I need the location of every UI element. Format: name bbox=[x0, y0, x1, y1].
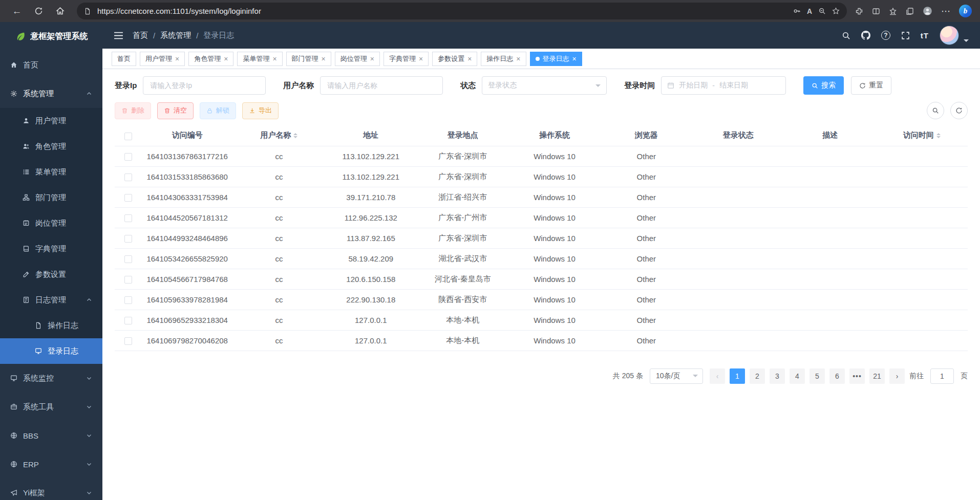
browser-back-button[interactable]: ← bbox=[8, 3, 26, 20]
page-button-5[interactable]: 5 bbox=[809, 368, 825, 384]
sidebar-item-log-management[interactable]: 日志管理 bbox=[0, 287, 102, 313]
sidebar-item-parameter-settings[interactable]: 参数设置 bbox=[0, 262, 102, 287]
end-date-placeholder[interactable]: 结束日期 bbox=[719, 81, 748, 90]
favorites-icon[interactable] bbox=[889, 7, 897, 15]
tab-department-management[interactable]: 部门管理× bbox=[286, 52, 331, 66]
address-bar[interactable]: https://ccnetcore.com:1101/system/log/lo… bbox=[77, 3, 847, 19]
page-size-select[interactable]: 10条/页 bbox=[650, 368, 703, 384]
table-row[interactable]: 1641043063331753984 cc 39.171.210.78 浙江省… bbox=[115, 187, 968, 207]
tab-menu-management[interactable]: 菜单管理× bbox=[237, 52, 282, 66]
previous-page-button[interactable]: ‹ bbox=[710, 368, 725, 384]
select-all-checkbox[interactable] bbox=[124, 133, 132, 140]
table-row[interactable]: 1641054566717984768 cc 120.6.150.158 河北省… bbox=[115, 269, 968, 289]
search-button[interactable]: 搜索 bbox=[803, 76, 844, 95]
github-icon[interactable] bbox=[861, 31, 870, 40]
page-button-3[interactable]: 3 bbox=[770, 368, 785, 384]
row-checkbox[interactable] bbox=[124, 153, 132, 161]
column-header-visit-time[interactable]: 访问时间 bbox=[876, 125, 968, 146]
row-checkbox[interactable] bbox=[124, 337, 132, 345]
table-row[interactable]: 1641031367863177216 cc 113.102.129.221 广… bbox=[115, 146, 968, 166]
breadcrumb-section[interactable]: 系统管理 bbox=[160, 31, 191, 40]
next-page-button[interactable]: › bbox=[889, 368, 905, 384]
fullscreen-icon[interactable] bbox=[901, 31, 910, 40]
zoom-icon[interactable] bbox=[818, 7, 826, 15]
tab-home[interactable]: 首页 bbox=[112, 52, 136, 66]
url-text[interactable]: https://ccnetcore.com:1101/system/log/lo… bbox=[97, 7, 787, 15]
reset-button[interactable]: 重置 bbox=[851, 76, 891, 95]
sidebar-item-system-tools[interactable]: 系统工具 bbox=[0, 393, 102, 421]
browser-home-button[interactable] bbox=[51, 3, 69, 20]
tab-close-icon[interactable]: × bbox=[175, 55, 179, 62]
toggle-search-button[interactable] bbox=[927, 102, 944, 119]
sidebar-item-menu-management[interactable]: 菜单管理 bbox=[0, 159, 102, 185]
avatar[interactable] bbox=[940, 26, 959, 45]
row-checkbox[interactable] bbox=[124, 276, 132, 284]
sidebar-item-home[interactable]: 首页 bbox=[0, 51, 102, 79]
unlock-button[interactable]: 解锁 bbox=[200, 102, 236, 119]
sidebar-item-yi-framework[interactable]: Yi框架 bbox=[0, 479, 102, 500]
sidebar-item-bbs[interactable]: BBS bbox=[0, 421, 102, 450]
sidebar-item-dictionary-management[interactable]: 字典管理 bbox=[0, 236, 102, 262]
extensions-icon[interactable] bbox=[855, 7, 863, 15]
collections-icon[interactable] bbox=[906, 7, 914, 15]
page-button-1[interactable]: 1 bbox=[730, 368, 745, 384]
row-checkbox[interactable] bbox=[124, 235, 132, 243]
breadcrumb-home[interactable]: 首页 bbox=[133, 31, 148, 40]
tab-close-icon[interactable]: × bbox=[467, 55, 472, 62]
browser-menu-icon[interactable]: ⋯ bbox=[941, 6, 950, 17]
help-icon[interactable]: ? bbox=[881, 31, 890, 40]
status-select[interactable]: 登录状态 bbox=[482, 76, 607, 95]
table-row[interactable]: 1641044993248464896 cc 113.87.92.165 广东省… bbox=[115, 228, 968, 248]
tab-close-icon[interactable]: × bbox=[572, 55, 577, 62]
sidebar-item-system-management[interactable]: 系统管理 bbox=[0, 79, 102, 108]
page-button-4[interactable]: 4 bbox=[790, 368, 805, 384]
password-key-icon[interactable] bbox=[793, 7, 801, 15]
table-row[interactable]: 1641044520567181312 cc 112.96.225.132 广东… bbox=[115, 207, 968, 228]
sidebar-item-operation-log[interactable]: 操作日志 bbox=[0, 313, 102, 338]
add-favorite-icon[interactable] bbox=[832, 7, 840, 15]
date-range-picker[interactable]: 开始日期 - 结束日期 bbox=[661, 76, 786, 95]
tab-parameter-settings[interactable]: 参数设置× bbox=[432, 52, 477, 66]
page-button-2[interactable]: 2 bbox=[750, 368, 765, 384]
browser-refresh-button[interactable] bbox=[30, 3, 47, 20]
export-button[interactable]: 导出 bbox=[242, 102, 279, 119]
tab-close-icon[interactable]: × bbox=[272, 55, 276, 62]
app-logo[interactable]: 意框架管理系统 bbox=[0, 22, 102, 51]
clear-button[interactable]: 清空 bbox=[157, 102, 194, 119]
sidebar-item-system-monitoring[interactable]: 系统监控 bbox=[0, 364, 102, 393]
table-row[interactable]: 1641031533185863680 cc 113.102.129.221 广… bbox=[115, 166, 968, 187]
start-date-placeholder[interactable]: 开始日期 bbox=[679, 81, 708, 90]
table-row[interactable]: 1641069652933218304 cc 127.0.0.1 本地-本机 W… bbox=[115, 310, 968, 330]
tab-dictionary-management[interactable]: 字典管理× bbox=[384, 52, 429, 66]
table-row[interactable]: 1641053426655825920 cc 58.19.42.209 湖北省-… bbox=[115, 248, 968, 269]
sidebar-item-erp[interactable]: ERP bbox=[0, 450, 102, 479]
sort-icon[interactable] bbox=[936, 131, 941, 140]
tab-close-icon[interactable]: × bbox=[419, 55, 423, 62]
browser-profile-icon[interactable] bbox=[923, 6, 932, 16]
refresh-table-button[interactable] bbox=[950, 102, 968, 119]
more-pages-button[interactable]: ••• bbox=[849, 368, 865, 384]
read-aloud-icon[interactable]: A bbox=[807, 7, 812, 15]
tab-close-icon[interactable]: × bbox=[224, 55, 228, 62]
font-size-icon[interactable]: tT bbox=[921, 31, 929, 40]
page-button-6[interactable]: 6 bbox=[829, 368, 845, 384]
tab-operation-log[interactable]: 操作日志× bbox=[481, 52, 526, 66]
sort-icon[interactable] bbox=[293, 131, 297, 140]
login-ip-input[interactable] bbox=[143, 76, 266, 95]
tab-login-log[interactable]: 登录日志× bbox=[530, 52, 582, 66]
table-row[interactable]: 1641059633978281984 cc 222.90.130.18 陕西省… bbox=[115, 289, 968, 310]
tab-close-icon[interactable]: × bbox=[516, 55, 520, 62]
sidebar-item-position-management[interactable]: 岗位管理 bbox=[0, 210, 102, 236]
tab-user-management[interactable]: 用户管理× bbox=[140, 52, 185, 66]
tab-close-icon[interactable]: × bbox=[322, 55, 326, 62]
row-checkbox[interactable] bbox=[124, 296, 132, 304]
sidebar-item-role-management[interactable]: 角色管理 bbox=[0, 134, 102, 159]
column-header-username[interactable]: 用户名称 bbox=[233, 125, 325, 146]
row-checkbox[interactable] bbox=[124, 255, 132, 263]
sidebar-item-department-management[interactable]: 部门管理 bbox=[0, 185, 102, 210]
row-checkbox[interactable] bbox=[124, 214, 132, 222]
goto-page-input[interactable] bbox=[930, 368, 954, 384]
split-screen-icon[interactable] bbox=[872, 7, 880, 15]
site-info-icon[interactable] bbox=[84, 8, 91, 15]
table-row[interactable]: 1641069798270046208 cc 127.0.0.1 本地-本机 W… bbox=[115, 330, 968, 351]
